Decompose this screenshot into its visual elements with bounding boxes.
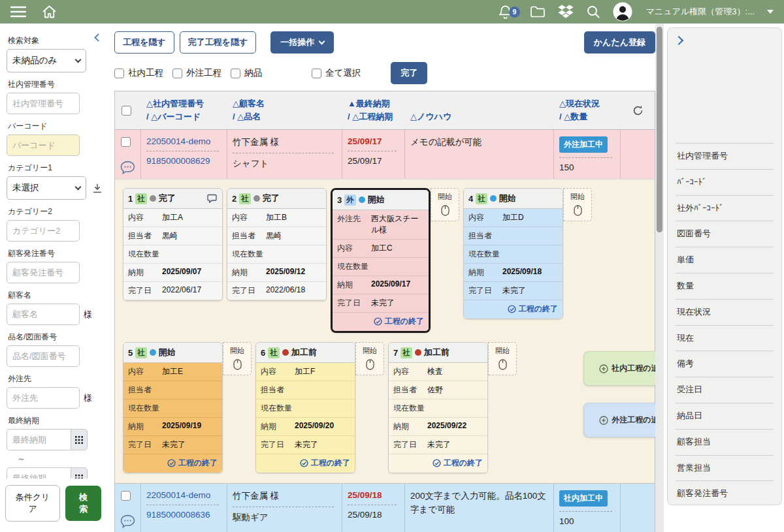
delivery-checkbox-box[interactable] — [231, 69, 240, 78]
process-card[interactable]: 7社加工前内容検査担当者佐野現在数量納期2025/09/22完了日未完了工程の終… — [388, 342, 488, 473]
barcode-link[interactable]: 9185000008636 — [146, 505, 221, 522]
hide-process-button[interactable]: 工程を隠す — [114, 31, 174, 54]
right-panel-item[interactable]: ﾊﾞｰｺｰﾄﾞ — [676, 169, 774, 195]
process-card[interactable]: 5社開始内容加工E担当者現在数量納期2025/09/19完了日未完了工程の終了 — [123, 342, 223, 473]
process-card[interactable]: 3外開始外注先西大阪スチール様内容加工C現在数量納期2025/09/17完了日未… — [331, 188, 431, 333]
col-header-customer[interactable]: △顧客名/ △品名 — [227, 91, 342, 129]
outsourcer-input[interactable] — [7, 387, 80, 409]
card-type-badge: 社 — [239, 193, 251, 204]
start-process-tab[interactable]: 開始 — [223, 342, 252, 375]
user-menu-label[interactable]: マニュアル権限（管理3）:... — [646, 6, 755, 18]
right-panel-item[interactable]: 数量 — [676, 273, 774, 299]
internal-process-checkbox-box[interactable] — [114, 69, 124, 78]
end-process-link[interactable]: 工程の終了 — [464, 300, 563, 319]
right-panel-item[interactable]: 営業担当 — [676, 455, 774, 481]
add-internal-process-button[interactable]: 社内工程の追加 — [583, 351, 655, 386]
end-process-link[interactable]: 工程の終了 — [389, 454, 487, 473]
field-label: 現在数量 — [468, 249, 502, 260]
right-panel-item[interactable]: 納品日 — [676, 403, 774, 429]
user-avatar[interactable] — [613, 2, 632, 22]
process-card[interactable]: 2社完了内容加工B担当者黒崎現在数量納期2025/09/12完了日2022/06… — [227, 188, 327, 301]
col-header-control-no[interactable]: △社内管理番号/ △バーコード — [141, 91, 227, 129]
end-process-link[interactable]: 工程の終了 — [123, 454, 222, 473]
barcode-link[interactable]: 9185000008629 — [146, 151, 221, 168]
checkbox-select-all[interactable]: 全て選択 — [312, 67, 361, 79]
end-process-link[interactable]: 工程の終了 — [333, 313, 429, 331]
process-card[interactable]: 6社加工前内容加工F担当者現在数量納期2025/09/20完了日未完了工程の終了 — [255, 342, 355, 473]
user-dropdown-caret-icon[interactable] — [767, 10, 774, 14]
col-header-status[interactable]: △現在状況/ △数量 — [554, 91, 621, 129]
internal-control-no-input[interactable] — [7, 93, 80, 114]
control-no-link[interactable]: 22050014-demo — [146, 134, 221, 151]
field-label: 内容 — [468, 212, 502, 223]
right-panel-item[interactable]: 顧客担当 — [676, 429, 774, 455]
bulk-action-button[interactable]: 一括操作 — [270, 31, 334, 54]
field-value: 加工C — [371, 243, 393, 254]
right-panel-item[interactable]: 単価 — [676, 247, 774, 273]
select-all-checkbox-box[interactable] — [312, 69, 321, 78]
category2-input[interactable] — [7, 220, 80, 242]
col-header-due[interactable]: ▲最終納期/ △工程納期 — [342, 91, 405, 129]
search-target-select[interactable]: 未納品のみ — [7, 49, 86, 72]
field-label: 現在数量 — [128, 249, 162, 260]
right-panel-item[interactable]: 備考 — [676, 351, 774, 377]
checkbox-external-process[interactable]: 外注工程 — [172, 67, 221, 79]
start-process-tab[interactable]: 開始 — [563, 188, 592, 221]
hide-completed-process-button[interactable]: 完了工程を隠す — [180, 31, 257, 54]
done-filter-button[interactable]: 完了 — [391, 62, 427, 84]
search-button[interactable]: 検索 — [65, 486, 101, 521]
right-panel-item[interactable]: 顧客発注番号 — [676, 480, 774, 505]
process-card-body: 内容加工A担当者黒崎現在数量納期2025/09/07完了日2022/06/17 — [123, 209, 222, 300]
right-panel-item[interactable]: 社外ﾊﾞｰｺｰﾄﾞ — [676, 195, 774, 221]
folder-icon[interactable] — [530, 5, 546, 18]
select-all-checkbox[interactable] — [122, 106, 131, 116]
start-process-tab[interactable]: 開始 — [431, 188, 459, 221]
start-process-tab[interactable]: 開始 — [488, 342, 517, 375]
customer-order-no-input[interactable] — [7, 262, 80, 283]
speech-bubble-icon[interactable] — [206, 194, 218, 204]
bell-icon[interactable]: 9 — [498, 5, 512, 20]
order-checkbox[interactable] — [121, 137, 131, 147]
comment-bubble-icon[interactable] — [120, 161, 135, 174]
order-checkbox[interactable] — [121, 491, 131, 501]
right-panel-item[interactable]: 社内管理番号 — [676, 143, 774, 169]
right-panel-item[interactable]: 現在 — [676, 325, 774, 351]
process-card[interactable]: 4社開始内容加工D担当者現在数量納期2025/09/18完了日未完了工程の終了 — [463, 188, 563, 319]
search-icon[interactable] — [586, 5, 600, 19]
checkbox-delivery[interactable]: 納品 — [231, 67, 262, 79]
field-label: 担当者 — [468, 230, 502, 242]
final-due-from-input[interactable] — [7, 429, 71, 450]
dropbox-icon[interactable] — [558, 5, 574, 19]
sidebar-collapse-chevron[interactable] — [95, 31, 101, 43]
right-panel-item[interactable]: 現在状況 — [676, 299, 774, 325]
item-name: シャフト — [233, 153, 336, 172]
add-external-process-button[interactable]: 外注工程の追加 — [583, 403, 655, 437]
process-card[interactable]: 1社完了内容加工A担当者黒崎現在数量納期2025/09/07完了日2022/06… — [123, 188, 223, 301]
quick-register-button[interactable]: かんたん登録 — [584, 31, 655, 54]
refresh-icon[interactable] — [632, 105, 644, 116]
category1-select[interactable]: 未選択 — [7, 176, 86, 200]
control-no-link[interactable]: 22050014-demo — [146, 488, 221, 505]
process-card-header: 3外開始 — [333, 190, 429, 210]
end-process-link[interactable]: 工程の終了 — [256, 454, 355, 473]
hamburger-menu-icon[interactable] — [10, 6, 26, 18]
external-process-checkbox-box[interactable] — [172, 69, 182, 78]
customer-name-input[interactable] — [7, 304, 80, 325]
scrollbar-thumb[interactable] — [657, 27, 662, 232]
right-panel-item[interactable]: 図面番号 — [676, 221, 774, 247]
start-process-tab[interactable]: 開始 — [355, 342, 384, 375]
calendar-grid-icon[interactable] — [71, 429, 88, 450]
checkbox-internal-process[interactable]: 社内工程 — [114, 67, 163, 79]
col-header-knowhow[interactable]: △ノウハウ — [405, 91, 554, 129]
search-sidebar: 検索対象未納品のみ社内管理番号バーコードカテゴリー1未選択カテゴリー2顧客発注番… — [0, 23, 106, 532]
pulldown-to-bar-icon[interactable] — [93, 183, 102, 193]
vertical-scrollbar[interactable] — [655, 23, 664, 532]
home-icon[interactable] — [42, 5, 57, 19]
item-drawing-no-input[interactable] — [7, 345, 80, 367]
barcode-input[interactable] — [7, 134, 80, 156]
right-panel-item[interactable]: 受注日 — [676, 377, 774, 403]
comment-bubble-icon[interactable] — [120, 514, 135, 528]
panel-expand-chevron[interactable] — [676, 35, 682, 46]
clear-conditions-button[interactable]: 条件クリア — [5, 485, 60, 522]
card-number: 6 — [261, 348, 265, 358]
